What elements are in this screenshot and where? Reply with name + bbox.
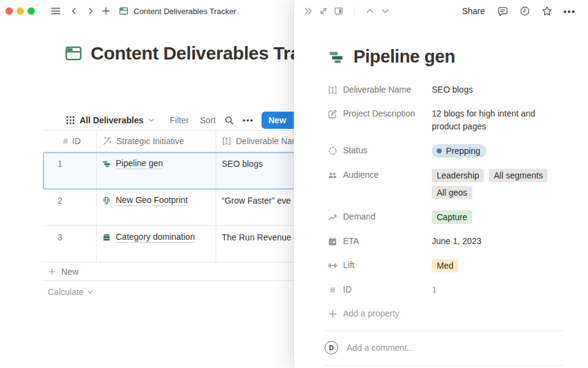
cell-id[interactable]: 2 bbox=[43, 189, 97, 225]
column-label: ID bbox=[72, 136, 81, 146]
initiative-link[interactable]: New Geo Footprint bbox=[116, 195, 188, 206]
property-value[interactable]: Leadership All segments All geos bbox=[432, 169, 588, 199]
column-label: Strategic Initiative bbox=[116, 136, 184, 146]
property-value[interactable]: Capture bbox=[432, 210, 588, 224]
audience-tag[interactable]: All segments bbox=[489, 169, 548, 182]
more-options-icon[interactable]: ••• bbox=[564, 6, 576, 17]
add-property-label: Add a property bbox=[343, 307, 399, 320]
property-name: Project Description bbox=[343, 107, 415, 120]
status-dot bbox=[437, 148, 442, 153]
back-icon[interactable] bbox=[70, 7, 78, 15]
panel-topbar: Share ••• bbox=[294, 0, 588, 22]
favorite-star-icon[interactable] bbox=[541, 6, 552, 17]
property-value[interactable]: Prepping bbox=[432, 144, 588, 158]
close-window-button[interactable] bbox=[6, 7, 13, 15]
text-cursor-icon bbox=[328, 85, 337, 95]
comments-icon[interactable] bbox=[497, 6, 508, 17]
property-label[interactable]: Deliverable Name bbox=[328, 83, 432, 96]
hash-icon: # bbox=[328, 283, 337, 296]
side-peek-icon[interactable] bbox=[334, 6, 344, 16]
sort-button[interactable]: Sort bbox=[200, 115, 216, 125]
panel-bottom-divider bbox=[323, 365, 564, 366]
property-value[interactable]: June 1, 2023 bbox=[432, 235, 588, 248]
view-switcher[interactable]: All Deliverables bbox=[66, 115, 155, 125]
bar-chart-icon bbox=[102, 159, 111, 168]
dumbbell-icon bbox=[328, 261, 337, 270]
property-label[interactable]: Lift bbox=[328, 259, 432, 272]
cell-initiative[interactable]: Category domination bbox=[97, 226, 216, 262]
side-peek-panel: Share ••• Pipeline gen De bbox=[294, 0, 588, 368]
cell-id[interactable]: 3 bbox=[43, 226, 97, 262]
cell-initiative[interactable]: New Geo Footprint bbox=[97, 189, 216, 225]
audience-tag[interactable]: All geos bbox=[432, 186, 472, 199]
wand-icon bbox=[102, 136, 112, 146]
forward-icon[interactable] bbox=[86, 7, 95, 15]
plus-icon bbox=[48, 267, 56, 276]
property-name: Demand bbox=[343, 210, 375, 223]
new-tab-icon[interactable] bbox=[101, 6, 111, 16]
comment-input[interactable]: Add a comment... bbox=[347, 343, 414, 353]
property-row-project-description: Project Description 12 blogs for high in… bbox=[328, 107, 588, 133]
share-button[interactable]: Share bbox=[462, 6, 484, 16]
property-value[interactable]: Med bbox=[432, 259, 588, 272]
property-value[interactable]: SEO blogs bbox=[432, 83, 588, 96]
new-row-label: New bbox=[61, 267, 78, 277]
status-pill[interactable]: Prepping bbox=[432, 144, 486, 158]
lift-tag[interactable]: Med bbox=[432, 259, 458, 272]
new-button[interactable]: New bbox=[262, 112, 293, 129]
property-row-status: Status Prepping bbox=[328, 144, 588, 158]
filter-button[interactable]: Filter bbox=[170, 115, 189, 125]
initiative-link[interactable]: Pipeline gen bbox=[116, 158, 163, 169]
hash-icon: # bbox=[63, 136, 68, 146]
sidebar-toggle-icon[interactable] bbox=[50, 6, 61, 17]
previous-record-icon[interactable] bbox=[365, 6, 375, 16]
property-label[interactable]: Demand bbox=[328, 210, 432, 223]
topbar-divider bbox=[354, 7, 355, 16]
zoom-window-button[interactable] bbox=[28, 7, 35, 15]
add-property-button[interactable]: Add a property bbox=[328, 307, 588, 320]
demand-tag[interactable]: Capture bbox=[432, 210, 472, 224]
next-record-icon[interactable] bbox=[380, 6, 390, 16]
record-title[interactable]: Pipeline gen bbox=[353, 47, 455, 67]
cell-id[interactable]: 1 bbox=[43, 152, 97, 188]
more-options-icon[interactable]: ••• bbox=[243, 116, 254, 125]
view-name: All Deliverables bbox=[80, 115, 143, 125]
property-label[interactable]: Project Description bbox=[328, 107, 432, 120]
plus-icon bbox=[328, 309, 337, 319]
column-header-id[interactable]: # ID bbox=[43, 131, 97, 151]
property-row-deliverable-name: Deliverable Name SEO blogs bbox=[328, 83, 588, 96]
property-label[interactable]: Status bbox=[328, 144, 432, 157]
avatar: D bbox=[325, 341, 338, 355]
property-name: ID bbox=[343, 283, 352, 296]
property-row-eta: ETA June 1, 2023 bbox=[328, 235, 588, 248]
page-table-icon-large[interactable] bbox=[64, 44, 83, 63]
bar-chart-icon[interactable] bbox=[328, 49, 344, 65]
property-value[interactable]: 1 bbox=[432, 283, 588, 296]
chevron-down-icon bbox=[86, 288, 94, 296]
text-cursor-icon bbox=[222, 136, 232, 146]
initiative-link[interactable]: Category domination bbox=[116, 232, 195, 243]
property-row-demand: Demand Capture bbox=[328, 210, 588, 224]
property-value[interactable]: 12 blogs for high intent and product pag… bbox=[432, 107, 588, 133]
expand-page-icon[interactable] bbox=[318, 6, 328, 16]
comment-composer[interactable]: D Add a comment... bbox=[325, 341, 588, 355]
updates-clock-icon[interactable] bbox=[519, 6, 530, 17]
property-name: Deliverable Name bbox=[343, 83, 411, 96]
property-row-id: # ID 1 bbox=[328, 283, 588, 296]
line-chart-icon bbox=[328, 212, 337, 222]
status-icon bbox=[328, 146, 337, 156]
calculate-label: Calculate bbox=[48, 287, 83, 297]
property-label[interactable]: ETA bbox=[328, 235, 432, 248]
property-label[interactable]: Audience bbox=[328, 169, 432, 182]
cell-initiative[interactable]: Pipeline gen bbox=[97, 152, 216, 188]
property-name: Status bbox=[343, 144, 368, 157]
audience-tag[interactable]: Leadership bbox=[432, 169, 484, 182]
column-header-initiative[interactable]: Strategic Initiative bbox=[97, 131, 216, 151]
minimize-window-button[interactable] bbox=[17, 7, 24, 15]
property-name: ETA bbox=[343, 235, 359, 248]
search-icon[interactable] bbox=[224, 115, 234, 125]
property-label[interactable]: # ID bbox=[328, 283, 432, 296]
grid-view-icon bbox=[66, 115, 75, 125]
people-icon bbox=[328, 171, 337, 180]
close-peek-icon[interactable] bbox=[303, 6, 313, 16]
